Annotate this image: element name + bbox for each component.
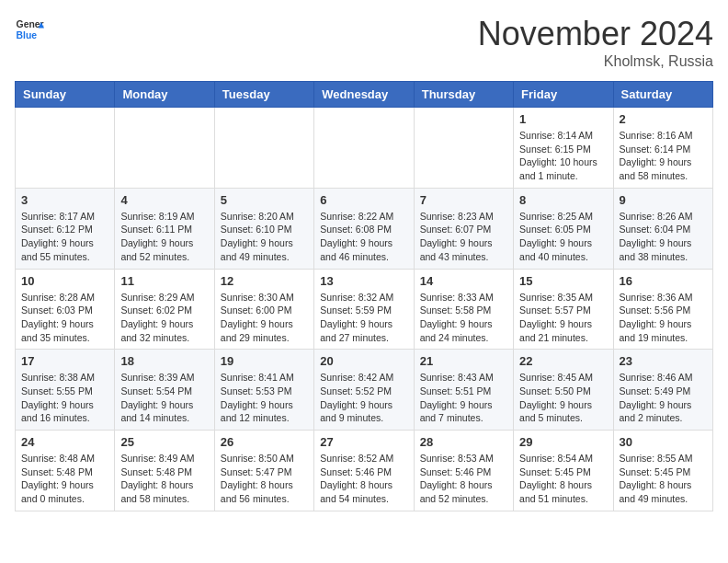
- location: Kholmsk, Russia: [478, 53, 713, 70]
- weekday-header-friday: Friday: [514, 82, 613, 108]
- day-info: Sunrise: 8:32 AMSunset: 5:59 PMDaylight:…: [320, 291, 407, 345]
- calendar-cell: 17Sunrise: 8:38 AMSunset: 5:55 PMDayligh…: [16, 350, 115, 431]
- calendar-cell: 21Sunrise: 8:43 AMSunset: 5:51 PMDayligh…: [414, 350, 513, 431]
- calendar-cell: [16, 108, 115, 189]
- day-info: Sunrise: 8:54 AMSunset: 5:45 PMDaylight:…: [519, 452, 607, 506]
- day-number: 6: [320, 193, 407, 207]
- day-number: 1: [519, 112, 607, 126]
- day-number: 21: [420, 354, 507, 368]
- calendar-week-4: 17Sunrise: 8:38 AMSunset: 5:55 PMDayligh…: [16, 350, 713, 431]
- calendar-cell: 9Sunrise: 8:26 AMSunset: 6:04 PMDaylight…: [613, 188, 712, 269]
- day-info: Sunrise: 8:19 AMSunset: 6:11 PMDaylight:…: [120, 210, 208, 264]
- weekday-header-row: SundayMondayTuesdayWednesdayThursdayFrid…: [16, 82, 713, 108]
- calendar-cell: 14Sunrise: 8:33 AMSunset: 5:58 PMDayligh…: [414, 269, 513, 350]
- calendar-cell: 15Sunrise: 8:35 AMSunset: 5:57 PMDayligh…: [514, 269, 613, 350]
- calendar-cell: 3Sunrise: 8:17 AMSunset: 6:12 PMDaylight…: [16, 188, 115, 269]
- day-number: 4: [120, 193, 208, 207]
- day-number: 18: [120, 354, 208, 368]
- day-info: Sunrise: 8:23 AMSunset: 6:07 PMDaylight:…: [420, 210, 507, 264]
- day-info: Sunrise: 8:41 AMSunset: 5:53 PMDaylight:…: [221, 371, 308, 425]
- day-number: 17: [21, 354, 108, 368]
- calendar-cell: 12Sunrise: 8:30 AMSunset: 6:00 PMDayligh…: [214, 269, 313, 350]
- day-number: 23: [620, 354, 707, 368]
- calendar-cell: 28Sunrise: 8:53 AMSunset: 5:46 PMDayligh…: [414, 431, 513, 511]
- day-number: 12: [221, 274, 308, 288]
- page-header: General Blue November 2024 Kholmsk, Russ…: [15, 15, 713, 70]
- day-info: Sunrise: 8:28 AMSunset: 6:03 PMDaylight:…: [21, 291, 108, 345]
- calendar-cell: 4Sunrise: 8:19 AMSunset: 6:11 PMDaylight…: [115, 188, 214, 269]
- calendar-cell: 19Sunrise: 8:41 AMSunset: 5:53 PMDayligh…: [214, 350, 313, 431]
- logo-icon: General Blue: [15, 15, 44, 44]
- day-number: 29: [519, 435, 607, 449]
- calendar-cell: 2Sunrise: 8:16 AMSunset: 6:14 PMDaylight…: [613, 108, 712, 189]
- calendar-table: SundayMondayTuesdayWednesdayThursdayFrid…: [15, 81, 713, 511]
- calendar-cell: 27Sunrise: 8:52 AMSunset: 5:46 PMDayligh…: [314, 431, 414, 511]
- day-info: Sunrise: 8:36 AMSunset: 5:56 PMDaylight:…: [620, 291, 707, 345]
- weekday-header-thursday: Thursday: [414, 82, 513, 108]
- day-info: Sunrise: 8:55 AMSunset: 5:45 PMDaylight:…: [620, 452, 707, 506]
- day-number: 26: [221, 435, 308, 449]
- day-number: 15: [519, 274, 607, 288]
- day-number: 24: [21, 435, 108, 449]
- title-block: November 2024 Kholmsk, Russia: [478, 15, 713, 70]
- svg-text:Blue: Blue: [17, 30, 38, 40]
- weekday-header-tuesday: Tuesday: [214, 82, 313, 108]
- day-info: Sunrise: 8:38 AMSunset: 5:55 PMDaylight:…: [21, 371, 108, 425]
- day-info: Sunrise: 8:39 AMSunset: 5:54 PMDaylight:…: [120, 371, 208, 425]
- day-info: Sunrise: 8:17 AMSunset: 6:12 PMDaylight:…: [21, 210, 108, 264]
- day-info: Sunrise: 8:35 AMSunset: 5:57 PMDaylight:…: [519, 291, 607, 345]
- day-info: Sunrise: 8:43 AMSunset: 5:51 PMDaylight:…: [420, 371, 507, 425]
- calendar-cell: 13Sunrise: 8:32 AMSunset: 5:59 PMDayligh…: [314, 269, 414, 350]
- calendar-week-1: 1Sunrise: 8:14 AMSunset: 6:15 PMDaylight…: [16, 108, 713, 189]
- day-info: Sunrise: 8:22 AMSunset: 6:08 PMDaylight:…: [320, 210, 407, 264]
- calendar-cell: 24Sunrise: 8:48 AMSunset: 5:48 PMDayligh…: [16, 431, 115, 511]
- calendar-cell: 20Sunrise: 8:42 AMSunset: 5:52 PMDayligh…: [314, 350, 414, 431]
- day-number: 8: [519, 193, 607, 207]
- calendar-cell: [314, 108, 414, 189]
- day-info: Sunrise: 8:25 AMSunset: 6:05 PMDaylight:…: [519, 210, 607, 264]
- calendar-cell: 10Sunrise: 8:28 AMSunset: 6:03 PMDayligh…: [16, 269, 115, 350]
- day-info: Sunrise: 8:45 AMSunset: 5:50 PMDaylight:…: [519, 371, 607, 425]
- day-number: 2: [620, 112, 707, 126]
- day-info: Sunrise: 8:26 AMSunset: 6:04 PMDaylight:…: [620, 210, 707, 264]
- weekday-header-wednesday: Wednesday: [314, 82, 414, 108]
- day-number: 27: [320, 435, 407, 449]
- day-number: 25: [120, 435, 208, 449]
- day-number: 19: [221, 354, 308, 368]
- day-info: Sunrise: 8:42 AMSunset: 5:52 PMDaylight:…: [320, 371, 407, 425]
- day-number: 20: [320, 354, 407, 368]
- day-info: Sunrise: 8:53 AMSunset: 5:46 PMDaylight:…: [420, 452, 507, 506]
- day-number: 16: [620, 274, 707, 288]
- weekday-header-monday: Monday: [115, 82, 214, 108]
- day-number: 28: [420, 435, 507, 449]
- calendar-cell: 6Sunrise: 8:22 AMSunset: 6:08 PMDaylight…: [314, 188, 414, 269]
- calendar-cell: 1Sunrise: 8:14 AMSunset: 6:15 PMDaylight…: [514, 108, 613, 189]
- day-info: Sunrise: 8:20 AMSunset: 6:10 PMDaylight:…: [221, 210, 308, 264]
- day-number: 10: [21, 274, 108, 288]
- day-info: Sunrise: 8:33 AMSunset: 5:58 PMDaylight:…: [420, 291, 507, 345]
- day-number: 14: [420, 274, 507, 288]
- calendar-cell: 11Sunrise: 8:29 AMSunset: 6:02 PMDayligh…: [115, 269, 214, 350]
- calendar-cell: 26Sunrise: 8:50 AMSunset: 5:47 PMDayligh…: [214, 431, 313, 511]
- day-info: Sunrise: 8:50 AMSunset: 5:47 PMDaylight:…: [221, 452, 308, 506]
- day-info: Sunrise: 8:48 AMSunset: 5:48 PMDaylight:…: [21, 452, 108, 506]
- calendar-cell: [414, 108, 513, 189]
- weekday-header-sunday: Sunday: [16, 82, 115, 108]
- day-info: Sunrise: 8:49 AMSunset: 5:48 PMDaylight:…: [120, 452, 208, 506]
- day-number: 11: [120, 274, 208, 288]
- day-info: Sunrise: 8:52 AMSunset: 5:46 PMDaylight:…: [320, 452, 407, 506]
- calendar-cell: 22Sunrise: 8:45 AMSunset: 5:50 PMDayligh…: [514, 350, 613, 431]
- day-info: Sunrise: 8:46 AMSunset: 5:49 PMDaylight:…: [620, 371, 707, 425]
- calendar-cell: 30Sunrise: 8:55 AMSunset: 5:45 PMDayligh…: [613, 431, 712, 511]
- day-info: Sunrise: 8:14 AMSunset: 6:15 PMDaylight:…: [519, 129, 607, 183]
- day-number: 5: [221, 193, 308, 207]
- calendar-week-2: 3Sunrise: 8:17 AMSunset: 6:12 PMDaylight…: [16, 188, 713, 269]
- calendar-cell: 23Sunrise: 8:46 AMSunset: 5:49 PMDayligh…: [613, 350, 712, 431]
- calendar-cell: 29Sunrise: 8:54 AMSunset: 5:45 PMDayligh…: [514, 431, 613, 511]
- month-title: November 2024: [478, 15, 713, 53]
- day-number: 30: [620, 435, 707, 449]
- day-number: 3: [21, 193, 108, 207]
- day-number: 9: [620, 193, 707, 207]
- logo: General Blue: [15, 15, 44, 44]
- day-number: 7: [420, 193, 507, 207]
